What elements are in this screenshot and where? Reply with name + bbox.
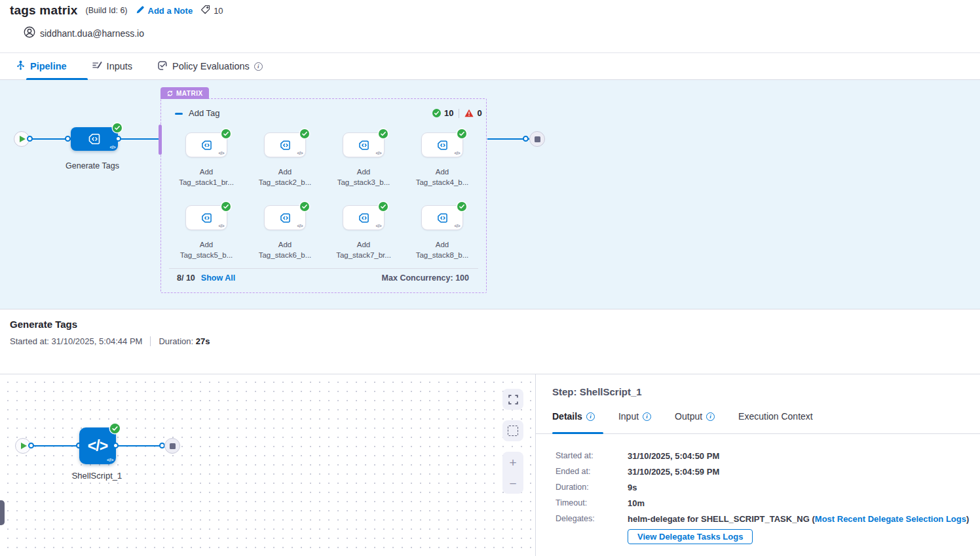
user-avatar-icon <box>24 26 35 40</box>
tag-step-icon <box>86 131 102 147</box>
collapse-matrix-button[interactable] <box>175 113 183 115</box>
success-count-icon <box>432 109 441 117</box>
matrix-step-label-6: AddTag_stack6_b... <box>242 239 328 260</box>
matrix-step-node-6[interactable]: </> <box>264 205 306 230</box>
details-info-icon[interactable]: i <box>586 412 595 421</box>
detail-label: Ended at: <box>556 467 628 477</box>
execution-header: tags matrix (Build Id: 6) Add a Note 10 … <box>0 0 980 52</box>
input-info-icon[interactable]: i <box>643 412 651 421</box>
edge-step-to-end <box>116 445 164 447</box>
pipeline-end-node[interactable] <box>529 131 545 147</box>
step-detail-panel: Step: ShellScript_1 Details i Input i Ou… <box>536 374 980 556</box>
edge-start-to-step <box>31 445 79 447</box>
success-badge-icon <box>110 424 120 433</box>
tags-count: 10 <box>200 5 223 16</box>
success-badge-icon <box>457 202 466 211</box>
error-count: 0 <box>477 108 481 118</box>
matrix-step-node-1[interactable]: </> <box>185 132 227 157</box>
play-icon <box>20 136 26 142</box>
tag-step-icon <box>278 211 292 225</box>
tab-policy-evaluations[interactable]: Policy Evaluations i <box>157 53 263 79</box>
show-all-link[interactable]: Show All <box>201 273 235 283</box>
code-glyph: </> <box>218 224 224 228</box>
detail-label: Started at: <box>556 451 628 461</box>
detail-label: Duration: <box>556 483 628 492</box>
code-glyph: </> <box>109 145 115 149</box>
tab-pipeline[interactable]: Pipeline <box>16 53 67 79</box>
step-graph-canvas[interactable]: </> </> ShellScript_1 + − <box>0 374 536 556</box>
delegate-selection-logs-link[interactable]: Most Recent Delegate Selection Logs <box>815 514 966 524</box>
trigger-user: siddhant.dua@harness.io <box>24 26 144 40</box>
detail-value: 31/10/2025, 5:04:59 PM <box>628 467 969 477</box>
tag-step-icon <box>436 211 449 225</box>
matrix-badge: MATRIX <box>160 87 209 99</box>
stage-info-title: Generate Tags <box>10 319 77 330</box>
tab-inputs[interactable]: Inputs <box>92 53 133 79</box>
matrix-footer-divider <box>169 268 478 269</box>
pipeline-graph: </> Generate Tags MATRIX Add Tag 10 0 </… <box>0 80 980 309</box>
matrix-step-node-5[interactable]: </> <box>185 205 227 230</box>
matrix-step-node-8[interactable]: </> <box>421 205 463 230</box>
matrix-status-counts: 10 0 <box>432 108 482 118</box>
success-count: 10 <box>444 108 453 118</box>
matrix-step-node-4[interactable]: </> <box>421 132 463 157</box>
stage-node-label: Generate Tags <box>53 161 132 170</box>
stage-info-section: Generate Tags Started at: 31/10/2025, 5:… <box>0 310 980 374</box>
matrix-shown-count: 8/ 10 <box>177 273 195 283</box>
code-glyph: </> <box>375 151 381 155</box>
output-info-icon[interactable]: i <box>706 412 715 421</box>
matrix-group-label: Add Tag <box>189 108 219 118</box>
stop-icon <box>535 136 540 142</box>
port-ring <box>523 136 529 142</box>
matrix-step-node-2[interactable]: </> <box>264 132 306 157</box>
code-glyph: </> <box>297 224 303 228</box>
success-badge-icon <box>300 129 309 138</box>
stage-duration: Duration: 27s <box>159 336 210 346</box>
matrix-step-node-3[interactable]: </> <box>343 132 385 157</box>
log-drawer-handle[interactable] <box>0 500 5 525</box>
loop-icon <box>166 90 174 97</box>
expand-icon <box>508 394 519 405</box>
zoom-out-button[interactable]: − <box>509 477 516 490</box>
add-note-button[interactable]: Add a Note <box>136 5 193 16</box>
active-panel-tab-underline <box>552 432 603 434</box>
matrix-step-label-2: AddTag_stack2_b... <box>242 167 328 188</box>
app-root: tags matrix (Build Id: 6) Add a Note 10 … <box>0 0 980 556</box>
tag-step-icon <box>357 211 371 225</box>
view-delegate-logs-button[interactable]: View Delegate Tasks Logs <box>628 529 753 544</box>
tab-output[interactable]: Output i <box>675 411 715 429</box>
matrix-step-label-3: AddTag_stack3_b... <box>321 167 406 188</box>
success-badge-icon <box>113 123 122 132</box>
inputs-icon <box>92 60 102 72</box>
matrix-step-node-7[interactable]: </> <box>343 205 385 230</box>
policy-info-icon[interactable]: i <box>254 62 263 71</box>
user-email: siddhant.dua@harness.io <box>40 28 144 39</box>
matrix-group-box <box>160 98 487 293</box>
edge-stage-to-matrix <box>118 138 160 140</box>
tab-input[interactable]: Input i <box>618 411 651 429</box>
step-end-node[interactable] <box>164 438 180 454</box>
tag-step-icon <box>357 138 371 152</box>
zoom-in-button[interactable]: + <box>509 456 516 469</box>
stage-node-generate-tags[interactable]: </> <box>71 127 118 151</box>
code-glyph: </> <box>218 151 224 155</box>
detail-label: Timeout: <box>556 498 628 508</box>
page-title: tags matrix <box>10 3 78 18</box>
code-glyph: </> <box>107 457 113 463</box>
step-node-shellscript[interactable]: </> </> <box>79 427 116 464</box>
success-badge-icon <box>379 202 388 211</box>
fit-to-screen-button[interactable] <box>502 389 523 410</box>
detail-value: 31/10/2025, 5:04:50 PM <box>628 451 969 461</box>
matrix-link-port <box>159 125 162 155</box>
port-ring <box>115 136 121 142</box>
tab-details[interactable]: Details i <box>552 411 595 429</box>
code-glyph: </> <box>375 224 381 228</box>
success-badge-icon <box>221 202 231 211</box>
divider <box>459 109 459 118</box>
error-count-icon <box>464 109 474 117</box>
divider <box>150 336 151 346</box>
step-details-table: Started at: 31/10/2025, 5:04:50 PM Ended… <box>556 451 969 524</box>
marquee-select-button[interactable] <box>502 420 523 441</box>
tab-execution-context[interactable]: Execution Context <box>738 411 813 429</box>
matrix-step-label-4: AddTag_stack4_b... <box>400 167 485 188</box>
